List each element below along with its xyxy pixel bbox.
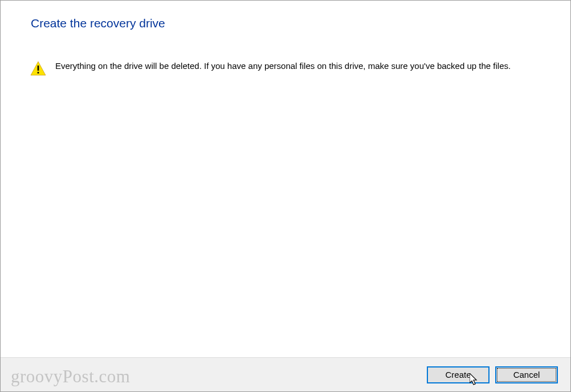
- page-title: Create the recovery drive: [31, 17, 542, 30]
- warning-icon: [30, 61, 46, 76]
- svg-rect-2: [38, 72, 39, 74]
- content-area: Create the recovery drive Everything on …: [1, 1, 570, 356]
- warning-row: Everything on the drive will be deleted.…: [30, 60, 526, 76]
- cursor-icon: [470, 373, 479, 387]
- watermark-text: groovyPost.com: [11, 366, 130, 387]
- svg-rect-1: [38, 66, 39, 71]
- create-button[interactable]: Create: [427, 366, 490, 383]
- wizard-window: Create the recovery drive Everything on …: [0, 0, 571, 392]
- cancel-button[interactable]: Cancel: [495, 366, 558, 383]
- warning-message: Everything on the drive will be deleted.…: [55, 60, 511, 72]
